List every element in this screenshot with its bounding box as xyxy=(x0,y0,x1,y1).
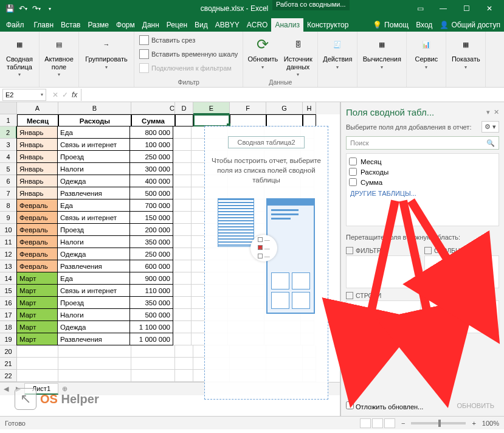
cell-amount[interactable]: 110 000 xyxy=(129,284,173,297)
name-box[interactable]: E2▾ xyxy=(2,89,46,101)
field-month[interactable]: Месяц xyxy=(349,156,496,167)
close-icon[interactable]: ✕ xyxy=(478,0,500,17)
pivot-table-button[interactable]: ▦Сводная таблица▾ xyxy=(4,33,35,86)
cell-amount[interactable]: 700 000 xyxy=(129,199,173,212)
rows-drop-area[interactable] xyxy=(346,300,421,333)
formula-input[interactable] xyxy=(81,89,504,101)
cell-expense[interactable]: Одежда xyxy=(57,248,130,260)
cell[interactable] xyxy=(173,126,192,139)
cell-month[interactable]: Февраль xyxy=(16,260,58,272)
data-source-button[interactable]: 🗄Источник данных▾ xyxy=(282,33,314,78)
cell[interactable] xyxy=(58,370,131,382)
row-head[interactable]: 22 xyxy=(0,370,17,382)
view-break-icon[interactable] xyxy=(384,418,395,428)
calculations-button[interactable]: ▦Вычисления▾ xyxy=(361,33,402,86)
cell-month[interactable]: Март xyxy=(16,296,58,309)
row-head[interactable]: 3 xyxy=(0,139,17,151)
cell[interactable] xyxy=(175,358,193,370)
cell-expense[interactable]: Проезд xyxy=(57,296,130,309)
cell-month[interactable]: Февраль xyxy=(16,199,58,212)
field-search-input[interactable]: Поиск🔍 xyxy=(346,136,499,150)
accept-formula-icon[interactable]: ✓ xyxy=(62,91,68,99)
columns-drop-area[interactable] xyxy=(424,255,499,288)
tab-acrobat[interactable]: ACRO xyxy=(243,18,272,32)
actions-button[interactable]: 🧾Действия▾ xyxy=(322,33,353,86)
cell[interactable] xyxy=(175,370,193,382)
field-pane-close-icon[interactable]: ✕ xyxy=(494,108,499,116)
maximize-icon[interactable]: ☐ xyxy=(455,0,477,17)
cell[interactable] xyxy=(173,297,192,309)
zoom-level[interactable]: 100% xyxy=(482,420,499,427)
cell-month[interactable]: Январь xyxy=(16,150,58,163)
cell[interactable] xyxy=(303,114,316,126)
cell-expense[interactable]: Еда xyxy=(57,199,130,212)
cell-expense[interactable]: Связь и интернет xyxy=(57,138,130,151)
cell-month[interactable]: Январь xyxy=(16,187,58,199)
tab-abbyy[interactable]: ABBYY xyxy=(212,18,243,32)
cell[interactable] xyxy=(17,370,58,382)
cell-month[interactable]: Март xyxy=(16,284,58,297)
cell[interactable] xyxy=(193,114,230,126)
cell-expense[interactable]: Налоги xyxy=(57,235,130,248)
header-amount[interactable]: Сумма xyxy=(131,114,175,126)
redo-icon[interactable]: ↷▾ xyxy=(30,2,43,15)
cell-expense[interactable]: Развлечения xyxy=(57,333,130,345)
cell-amount[interactable]: 800 000 xyxy=(129,126,173,139)
tab-home[interactable]: Главн xyxy=(30,18,58,32)
header-month[interactable]: Месяц xyxy=(17,114,58,126)
cell[interactable] xyxy=(173,151,192,163)
active-field-button[interactable]: ▤Активное поле▾ xyxy=(43,33,75,86)
cell-amount[interactable]: 200 000 xyxy=(129,223,173,236)
view-normal-icon[interactable] xyxy=(360,418,371,428)
cell-expense[interactable]: Налоги xyxy=(57,308,130,321)
zoom-in-icon[interactable]: + xyxy=(472,420,475,427)
tab-insert[interactable]: Встав xyxy=(57,18,84,32)
cell[interactable] xyxy=(17,345,58,358)
undo-icon[interactable]: ↶▾ xyxy=(17,2,29,15)
cell-amount[interactable]: 100 000 xyxy=(129,138,173,151)
cell[interactable] xyxy=(173,212,192,224)
cell[interactable] xyxy=(230,114,266,126)
select-all-corner[interactable] xyxy=(0,102,17,114)
tab-view[interactable]: Вид xyxy=(191,18,212,32)
cell-month[interactable]: Март xyxy=(16,333,58,345)
field-amount[interactable]: Сумма xyxy=(349,177,496,187)
show-button[interactable]: ▦Показать▾ xyxy=(450,33,482,86)
tab-file[interactable]: Файл xyxy=(0,18,30,32)
cell-expense[interactable]: Развлечения xyxy=(57,260,130,272)
cell[interactable] xyxy=(266,114,303,126)
col-head-b[interactable]: B xyxy=(58,102,131,114)
row-head[interactable]: 2 xyxy=(0,126,17,139)
row-head[interactable]: 7 xyxy=(0,187,17,199)
cell[interactable] xyxy=(131,358,175,370)
field-expenses[interactable]: Расходы xyxy=(349,167,496,177)
cell-month[interactable]: Март xyxy=(16,272,58,285)
save-icon[interactable]: 💾 xyxy=(4,2,16,15)
insert-timeline-button[interactable]: Вставить временную шкалу xyxy=(138,47,239,61)
cell[interactable] xyxy=(173,333,192,345)
worksheet-area[interactable]: A B C D E F G H 1МесяцРасходыСумма2Январ… xyxy=(0,102,340,416)
tab-login[interactable]: Вход xyxy=(412,18,436,32)
cell[interactable] xyxy=(173,309,192,321)
cell-amount[interactable]: 250 000 xyxy=(129,248,173,260)
col-head-h[interactable]: H xyxy=(303,102,316,114)
row-head[interactable]: 12 xyxy=(0,248,17,260)
cell[interactable] xyxy=(173,236,192,248)
zoom-out-icon[interactable]: − xyxy=(401,420,405,427)
cell[interactable] xyxy=(175,114,193,126)
row-head[interactable]: 8 xyxy=(0,199,17,212)
tab-designer[interactable]: Конструктор xyxy=(303,18,352,32)
cell-expense[interactable]: Еда xyxy=(57,126,130,139)
cell[interactable] xyxy=(58,345,131,358)
row-head[interactable]: 17 xyxy=(0,309,17,321)
cell-amount[interactable]: 900 000 xyxy=(129,272,173,285)
tab-help[interactable]: Помощ xyxy=(369,18,412,32)
tab-analyze[interactable]: Анализ xyxy=(271,18,303,32)
sheet-nav-prev-icon[interactable]: ◀ xyxy=(0,385,12,393)
cell-expense[interactable]: Связь и интернет xyxy=(57,284,130,297)
header-expenses[interactable]: Расходы xyxy=(58,114,131,126)
cell[interactable] xyxy=(173,163,192,175)
cell[interactable] xyxy=(173,175,192,187)
cell-expense[interactable]: Налоги xyxy=(57,162,130,175)
cell-expense[interactable]: Проезд xyxy=(57,150,130,163)
